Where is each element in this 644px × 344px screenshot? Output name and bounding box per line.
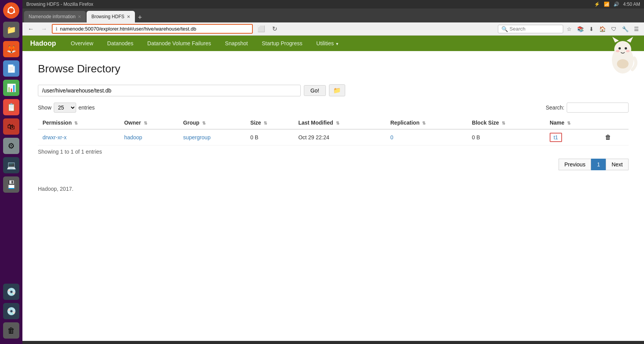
cell-size: 0 B: [245, 129, 293, 145]
name-link[interactable]: t1: [554, 134, 558, 140]
replication-link[interactable]: 0: [390, 134, 394, 140]
page-1-button[interactable]: 1: [591, 159, 606, 170]
sort-replication-icon[interactable]: ⇅: [422, 121, 426, 125]
owner-link[interactable]: hadoop: [124, 134, 142, 140]
page-title: Browse Directory: [38, 63, 629, 75]
drive1-icon[interactable]: 💾: [3, 176, 19, 193]
menu-button[interactable]: ☰: [632, 25, 641, 33]
home-button[interactable]: 🏠: [597, 25, 608, 33]
pagination: Previous 1 Next: [38, 159, 629, 170]
title-bar: Browsing HDFS - Mozilla Firefox: [22, 0, 644, 9]
svg-point-4: [7, 11, 9, 13]
sort-owner-icon[interactable]: ⇅: [144, 121, 147, 125]
delete-button[interactable]: 🗑: [605, 134, 611, 141]
sort-name-icon[interactable]: ⇅: [567, 121, 571, 125]
directory-table: Permission ⇅ Owner ⇅ Group ⇅ Size ⇅: [38, 116, 629, 145]
path-bar: Go! 📁: [38, 84, 629, 96]
sort-blocksize-icon[interactable]: ⇅: [502, 121, 505, 125]
folder-button[interactable]: 📁: [329, 84, 345, 96]
hadoop-navbar: Hadoop Overview Datanodes Datanode Volum…: [22, 36, 644, 51]
dvd-icon[interactable]: 💿: [3, 284, 19, 300]
cell-replication: 0: [386, 129, 467, 145]
cell-name: t1: [545, 129, 600, 145]
table-search-input[interactable]: [567, 103, 629, 113]
page-content: Browse Directory Go! 📁 Show 25 10 50 100…: [22, 51, 644, 341]
dvd2-icon[interactable]: 💿: [3, 303, 19, 319]
extensions-button[interactable]: 🔧: [620, 25, 630, 33]
docs-icon[interactable]: 📄: [3, 60, 19, 77]
svg-marker-8: [627, 37, 633, 43]
utilities-dropdown-arrow: ▼: [335, 42, 339, 46]
tab-close-browsing[interactable]: ✕: [127, 14, 130, 19]
group-link[interactable]: supergroup: [183, 134, 211, 140]
new-tab-button[interactable]: +: [136, 14, 145, 21]
presentation-icon[interactable]: 📋: [3, 99, 19, 115]
terminal-icon[interactable]: 💻: [3, 157, 19, 173]
nav-datanode-volume-failures[interactable]: Datanode Volume Failures: [144, 39, 214, 48]
mascot-image: [605, 35, 640, 77]
sort-group-icon[interactable]: ⇅: [202, 121, 206, 125]
col-permission: Permission ⇅: [38, 116, 119, 129]
svg-point-6: [614, 41, 631, 58]
bookmark-star-button[interactable]: ☆: [565, 25, 574, 33]
go-button[interactable]: Go!: [304, 85, 326, 96]
col-actions: [600, 116, 629, 129]
tab-browsing-hdfs[interactable]: Browsing HDFS ✕: [87, 11, 135, 22]
svg-point-10: [625, 47, 627, 50]
name-highlighted: t1: [550, 133, 562, 142]
col-replication: Replication ⇅: [386, 116, 467, 129]
nav-startup-progress[interactable]: Startup Progress: [259, 39, 305, 48]
bluetooth-icon: ⚡: [594, 2, 600, 7]
tab-namenode[interactable]: Namenode information ✕: [24, 11, 86, 22]
store-icon[interactable]: 🛍: [3, 118, 19, 135]
svg-marker-7: [612, 37, 619, 43]
nav-utilities[interactable]: Utilities ▼: [313, 39, 342, 48]
tab-close-namenode[interactable]: ✕: [78, 14, 81, 19]
nav-overview[interactable]: Overview: [68, 39, 96, 48]
sort-lastmod-icon[interactable]: ⇅: [336, 121, 339, 125]
url-input[interactable]: [60, 26, 249, 32]
spreadsheet-icon[interactable]: 📊: [3, 80, 19, 96]
time-display: 4:50 AM: [623, 2, 640, 7]
next-button[interactable]: Next: [606, 159, 629, 170]
table-row: drwxr-xr-x hadoop supergroup 0 B Oct 29 …: [38, 129, 629, 145]
path-input[interactable]: [38, 85, 301, 96]
ubuntu-icon[interactable]: [3, 2, 19, 19]
entries-select[interactable]: 25 10 50 100: [54, 103, 76, 113]
downloads-button[interactable]: ⬇: [587, 25, 596, 33]
status-bar: ⚡ 📶 🔊 4:50 AM: [590, 0, 644, 9]
browser-icon[interactable]: 🦊: [3, 41, 19, 57]
files-icon[interactable]: 📁: [3, 22, 19, 38]
settings-icon[interactable]: ⚙: [3, 138, 19, 154]
bookmarks-button[interactable]: 📚: [575, 25, 586, 33]
refresh-button[interactable]: ↻: [270, 24, 279, 33]
browser-window: Browsing HDFS - Mozilla Firefox Namenode…: [22, 0, 644, 344]
permission-link[interactable]: drwxr-xr-x: [43, 134, 66, 140]
table-controls: Show 25 10 50 100 entries Search:: [38, 103, 629, 113]
shield-button[interactable]: 🛡: [609, 25, 618, 33]
sort-permission-icon[interactable]: ⇅: [74, 121, 78, 125]
table-search-control: Search:: [546, 103, 629, 113]
nav-datanodes[interactable]: Datanodes: [104, 39, 136, 48]
previous-button[interactable]: Previous: [559, 159, 591, 170]
svg-point-9: [618, 47, 621, 50]
reader-view-button[interactable]: ⬜: [255, 24, 267, 33]
trash-icon[interactable]: 🗑: [3, 322, 19, 339]
cell-last-modified: Oct 29 22:24: [294, 129, 386, 145]
search-icon: 🔍: [501, 26, 508, 32]
svg-point-11: [616, 50, 620, 52]
url-box: ℹ: [52, 24, 253, 34]
col-last-modified: Last Modified ⇅: [294, 116, 386, 129]
hadoop-brand: Hadoop: [30, 39, 56, 48]
forward-button[interactable]: →: [39, 25, 49, 33]
svg-point-3: [13, 11, 15, 13]
show-entries-control: Show 25 10 50 100 entries: [38, 103, 95, 113]
sort-size-icon[interactable]: ⇅: [264, 121, 267, 125]
back-button[interactable]: ←: [26, 25, 36, 33]
nav-snapshot[interactable]: Snapshot: [222, 39, 251, 48]
window-title: Browsing HDFS - Mozilla Firefox: [26, 2, 93, 7]
tab-label-namenode: Namenode information: [29, 14, 75, 19]
network-icon: 📶: [604, 2, 610, 7]
browser-search-input[interactable]: [509, 26, 560, 32]
browser-search-box: 🔍: [498, 25, 563, 33]
